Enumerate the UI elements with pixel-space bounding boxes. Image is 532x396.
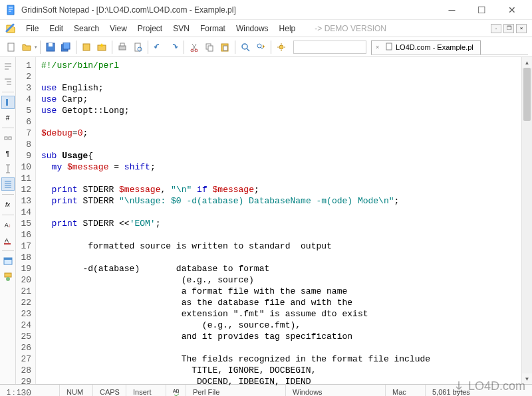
menu-help[interactable]: Help xyxy=(275,21,301,36)
maximize-button[interactable]: ☐ xyxy=(467,1,497,19)
svg-rect-27 xyxy=(4,258,12,260)
titlebar: GridinSoft Notepad - [D:\LO4D.com\LO4D.c… xyxy=(0,0,532,20)
side-collapse-icon[interactable] xyxy=(1,132,15,145)
open-file-button[interactable] xyxy=(19,40,34,54)
main-area: # ¶ fx A↕ A 1234567891011121314151617181… xyxy=(0,57,532,384)
undo-button[interactable] xyxy=(151,40,166,54)
svg-text:A: A xyxy=(5,237,9,244)
side-fx-icon[interactable]: fx xyxy=(1,198,15,211)
svg-rect-25 xyxy=(4,243,11,245)
svg-rect-8 xyxy=(120,43,124,46)
svg-rect-21 xyxy=(6,99,8,106)
save-button[interactable] xyxy=(43,40,58,54)
tab-close-icon[interactable]: × xyxy=(376,44,382,50)
redo-button[interactable] xyxy=(166,40,181,54)
paste-button[interactable] xyxy=(217,40,232,54)
settings-button[interactable] xyxy=(274,40,289,54)
app-menu-icon xyxy=(5,23,16,34)
side-hash-icon[interactable]: # xyxy=(1,111,15,124)
save-all-button[interactable] xyxy=(59,40,73,54)
window-title: GridinSoft Notepad - [D:\LO4D.com\LO4D.c… xyxy=(21,5,437,15)
svg-rect-23 xyxy=(9,137,11,140)
menu-format[interactable]: Format xyxy=(196,21,230,36)
scroll-down-icon[interactable]: ▼ xyxy=(522,373,532,384)
svg-point-17 xyxy=(242,44,247,49)
side-toolbar: # ¶ fx A↕ A xyxy=(0,57,16,384)
new-file-button[interactable] xyxy=(4,40,19,54)
svg-rect-2 xyxy=(49,43,53,47)
toolbar: ▾ × LO4D.com - Example.pl xyxy=(0,37,532,57)
side-window-icon[interactable] xyxy=(1,254,15,268)
side-guides-icon[interactable] xyxy=(1,96,15,109)
menu-windows[interactable]: Windows xyxy=(231,21,273,36)
print-preview-button[interactable] xyxy=(130,40,145,54)
mdi-restore[interactable]: ❐ xyxy=(503,24,514,33)
side-cursor-icon[interactable] xyxy=(1,162,15,175)
find-button[interactable] xyxy=(238,40,253,54)
code-editor[interactable]: #!/usr/bin/perluse English;use Carp;use … xyxy=(36,57,521,384)
svg-rect-22 xyxy=(5,137,7,140)
svg-point-29 xyxy=(6,277,10,281)
menu-view[interactable]: View xyxy=(105,21,132,36)
tab-label: LO4D.com - Example.pl xyxy=(396,43,473,51)
line-gutter: 1234567891011121314151617181920212223242… xyxy=(16,57,36,384)
tab-file-icon xyxy=(385,43,393,52)
demo-version-label: -> DEMO VERSION xyxy=(315,24,386,33)
side-indent-icon[interactable] xyxy=(1,75,15,88)
cut-button[interactable] xyxy=(187,40,201,54)
menu-svn[interactable]: SVN xyxy=(168,21,194,36)
menu-file[interactable]: File xyxy=(21,21,43,36)
vertical-scrollbar[interactable]: ▲ ▼ xyxy=(521,57,532,384)
tab-bar: × LO4D.com - Example.pl xyxy=(371,39,528,55)
scroll-thumb[interactable] xyxy=(523,68,531,121)
menubar: File Edit Search View Project SVN Format… xyxy=(0,20,532,37)
side-lines-icon[interactable] xyxy=(1,177,15,191)
menu-project[interactable]: Project xyxy=(133,21,167,36)
search-input[interactable] xyxy=(293,41,366,54)
svg-rect-14 xyxy=(208,46,213,51)
side-color-icon[interactable]: A xyxy=(1,234,15,247)
tab-active[interactable]: × LO4D.com - Example.pl xyxy=(371,40,481,54)
side-tree-icon[interactable] xyxy=(1,270,15,283)
svg-rect-16 xyxy=(223,46,227,50)
favorites-button[interactable] xyxy=(94,40,109,54)
svg-rect-5 xyxy=(83,44,90,50)
side-font-icon[interactable]: A↕ xyxy=(1,219,15,232)
svg-rect-7 xyxy=(119,46,126,50)
scroll-up-icon[interactable]: ▲ xyxy=(522,57,532,68)
close-button[interactable]: ✕ xyxy=(497,1,527,19)
side-paragraph-icon[interactable]: ¶ xyxy=(1,147,15,160)
copy-button[interactable] xyxy=(202,40,217,54)
menu-edit[interactable]: Edit xyxy=(45,21,68,36)
menu-search[interactable]: Search xyxy=(69,21,104,36)
app-icon xyxy=(5,5,16,15)
svg-rect-4 xyxy=(63,43,70,49)
minimize-button[interactable]: ─ xyxy=(437,1,467,19)
project-button[interactable] xyxy=(79,40,94,54)
svg-point-19 xyxy=(279,45,283,49)
print-button[interactable] xyxy=(115,40,130,54)
mdi-close[interactable]: × xyxy=(516,24,527,33)
side-wrap-icon[interactable] xyxy=(1,60,15,73)
mdi-minimize[interactable]: - xyxy=(491,24,501,33)
svg-rect-0 xyxy=(8,43,14,51)
svg-rect-28 xyxy=(5,273,11,277)
window-controls: ─ ☐ ✕ xyxy=(437,1,527,19)
find-replace-button[interactable] xyxy=(253,40,268,54)
svg-rect-20 xyxy=(386,43,392,50)
